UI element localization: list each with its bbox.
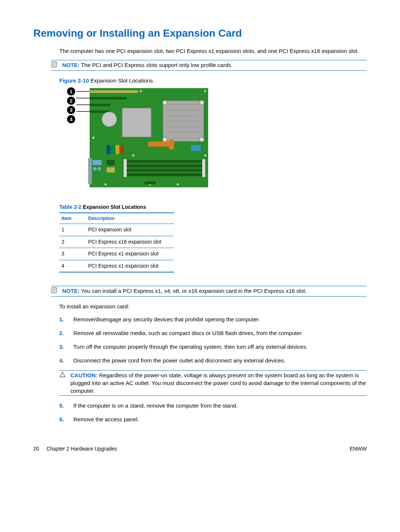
cell-item: 2 [59, 236, 86, 248]
svg-text:3: 3 [70, 107, 72, 113]
figure-caption: Figure 2-10 Expansion Slot Locations [59, 77, 367, 84]
step-number: 5. [59, 402, 68, 409]
step-number: 6. [59, 415, 68, 423]
svg-rect-45 [116, 145, 119, 154]
svg-text:4: 4 [70, 117, 73, 122]
step-number: 3. [59, 343, 68, 351]
caution-label: CAUTION: [70, 372, 97, 378]
caution-content: CAUTION: Regardless of the power-on stat… [70, 371, 367, 395]
cell-item: 3 [59, 248, 86, 260]
svg-point-33 [163, 137, 167, 142]
svg-point-59 [104, 183, 107, 185]
note-2: NOTE: You can install a PCI Express x1, … [62, 287, 367, 295]
page-footer: 20 Chapter 2 Hardware Upgrades ENWW [33, 445, 367, 453]
step-text: Remove the access panel. [73, 415, 367, 423]
table-row: 1PCI expansion slot [59, 224, 174, 236]
note-1: NOTE: The PCI and PCI Express slots supp… [62, 61, 367, 69]
svg-rect-38 [125, 164, 203, 167]
svg-rect-6 [90, 97, 127, 100]
svg-rect-7 [90, 104, 110, 106]
step-item: 1.Remove/disengage any security devices … [59, 315, 367, 323]
step-item: 4.Disconnect the power cord from the pow… [59, 357, 367, 364]
step-text: Remove/disengage any security devices th… [73, 315, 367, 323]
caution-text: Regardless of the power-on state, voltag… [70, 372, 366, 394]
intro-text: The computer has one PCI expansion slot,… [59, 47, 367, 55]
step-number: 1. [59, 315, 68, 323]
svg-rect-37 [125, 160, 203, 163]
note-text: The PCI and PCI Express slots support on… [81, 62, 233, 68]
svg-rect-5 [90, 90, 138, 93]
svg-point-54 [140, 90, 142, 92]
figure-title: Expansion Slot Locations [90, 77, 153, 84]
step-item: 6.Remove the access panel. [59, 415, 367, 423]
svg-rect-39 [125, 169, 203, 172]
page-heading: Removing or Installing an Expansion Card [33, 26, 367, 40]
cell-desc: PCI Express x16 expansion slot [86, 236, 174, 248]
svg-point-58 [204, 154, 206, 157]
step-text: Turn off the computer properly through t… [73, 343, 367, 351]
svg-point-51 [97, 167, 101, 171]
svg-rect-48 [88, 158, 92, 184]
caution-block: CAUTION: Regardless of the power-on stat… [59, 370, 367, 396]
svg-text:1: 1 [70, 89, 72, 94]
note-label: NOTE: [62, 62, 80, 68]
caution-icon [59, 371, 67, 395]
svg-rect-41 [124, 159, 127, 177]
figure-number: Figure 2-10 [59, 77, 89, 84]
svg-rect-52 [107, 160, 115, 165]
cell-desc: PCI Express x1 expansion slot [86, 248, 174, 260]
svg-point-57 [132, 154, 134, 157]
cell-item: 1 [59, 224, 86, 236]
table-caption: Table 2-2 Expansion Slot Locations [59, 204, 367, 211]
install-lead: To install an expansion card: [59, 302, 367, 310]
table-row: 3PCI Express x1 expansion slot [59, 248, 174, 260]
table-header-item: Item [59, 213, 86, 224]
svg-rect-49 [93, 160, 101, 165]
cell-desc: PCI expansion slot [86, 224, 174, 236]
svg-marker-67 [60, 372, 65, 377]
svg-point-21 [102, 112, 117, 127]
svg-rect-22 [122, 108, 151, 137]
svg-point-34 [200, 137, 204, 142]
svg-point-50 [93, 167, 97, 171]
chapter-label: Chapter 2 Hardware Upgrades [46, 446, 117, 452]
expansion-slot-table: Item Description 1PCI expansion slot2PCI… [59, 213, 174, 273]
step-item: 2.Remove all removable media, such as co… [59, 329, 367, 337]
cell-desc: PCI Express x1 expansion slot [86, 260, 174, 272]
cell-item: 4 [59, 260, 86, 272]
note-icon [51, 287, 59, 295]
install-steps: 1.Remove/disengage any security devices … [59, 315, 367, 423]
svg-rect-36 [169, 139, 174, 150]
svg-point-32 [200, 100, 204, 105]
svg-rect-46 [120, 145, 124, 154]
svg-rect-47 [191, 145, 201, 151]
svg-point-61 [177, 183, 179, 185]
table-number: Table 2-2 [59, 204, 81, 210]
step-text: Remove all removable media, such as comp… [73, 329, 367, 337]
note-label: NOTE: [62, 288, 80, 294]
svg-rect-53 [107, 167, 115, 173]
step-item: 3.Turn off the computer properly through… [59, 343, 367, 351]
table-title: Expansion Slot Locations [83, 204, 146, 210]
motherboard-illustration: 1 2 3 4 [59, 86, 211, 190]
svg-rect-43 [107, 145, 110, 154]
table-row: 4PCI Express x1 expansion slot [59, 260, 174, 272]
table-row: 2PCI Express x16 expansion slot [59, 236, 174, 248]
svg-point-56 [92, 137, 94, 139]
table-header-desc: Description [86, 213, 174, 224]
step-text: Disconnect the power cord from the power… [73, 357, 367, 364]
svg-rect-42 [202, 159, 205, 177]
svg-rect-40 [125, 173, 203, 176]
step-text: If the computer is on a stand, remove th… [73, 402, 367, 409]
step-number: 2. [59, 329, 68, 337]
step-item: 5.If the computer is on a stand, remove … [59, 402, 367, 409]
note-icon [51, 61, 59, 70]
page-number: 20 [33, 446, 39, 452]
svg-rect-44 [111, 145, 115, 154]
svg-point-55 [204, 90, 206, 92]
note-text: You can install a PCI Express x1, x4, x8… [81, 288, 307, 294]
svg-rect-35 [148, 141, 170, 147]
svg-rect-62 [144, 181, 156, 184]
step-number: 4. [59, 357, 68, 364]
svg-point-31 [163, 100, 167, 105]
